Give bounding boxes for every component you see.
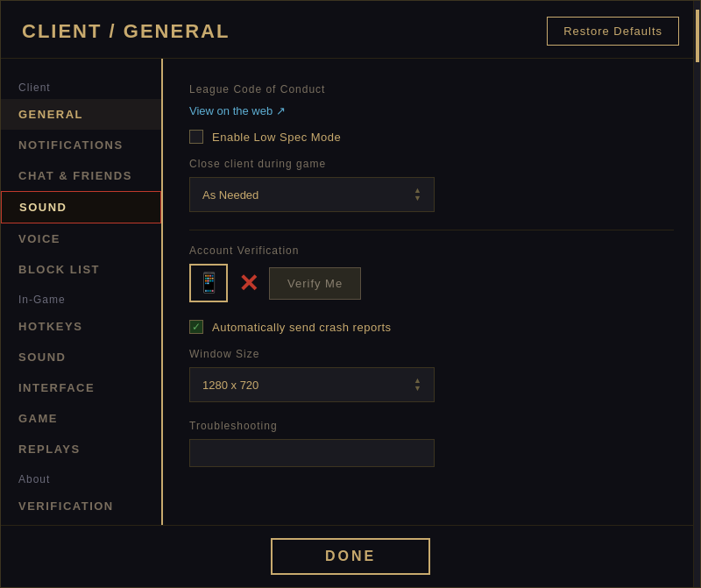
- auto-crash-row: ✓ Automatically send crash reports: [189, 320, 674, 334]
- app-container: CLIENT / GENERAL Restore Defaults Client…: [0, 0, 701, 588]
- auto-crash-checkbox[interactable]: ✓: [189, 320, 203, 334]
- done-button[interactable]: DONE: [271, 538, 430, 575]
- low-spec-row: Enable Low Spec Mode: [189, 130, 674, 144]
- close-client-select[interactable]: As Needed ▲ ▼: [189, 177, 435, 212]
- scrollbar-thumb: [696, 59, 699, 62]
- ingame-section-label: In-Game: [1, 285, 161, 311]
- sidebar-item-voice[interactable]: VOICE: [1, 223, 161, 254]
- footer: DONE: [1, 525, 700, 587]
- divider-1: [189, 230, 674, 230]
- title-bold: GENERAL: [124, 20, 230, 42]
- view-on-web-link[interactable]: View on the web ↗: [189, 104, 286, 117]
- sidebar-item-hotkeys[interactable]: HOTKEYS: [1, 311, 161, 342]
- page-title: CLIENT / GENERAL: [22, 20, 230, 43]
- header: CLIENT / GENERAL Restore Defaults: [1, 1, 700, 59]
- content-area: League Code of Conduct View on the web ↗…: [163, 59, 700, 525]
- window-size-value: 1280 x 720: [202, 379, 258, 392]
- sidebar-item-notifications[interactable]: NOTIFICATIONS: [1, 130, 161, 160]
- title-prefix: CLIENT /: [22, 20, 124, 42]
- sidebar: Client GENERAL NOTIFICATIONS CHAT & FRIE…: [1, 59, 163, 525]
- sidebar-item-verification[interactable]: VERIFICATION: [1, 491, 161, 521]
- x-mark-icon: ✕: [238, 269, 258, 298]
- account-verification-label: Account Verification: [189, 244, 674, 257]
- sidebar-item-sound[interactable]: SOUND: [1, 191, 161, 223]
- sidebar-item-general[interactable]: GENERAL: [1, 99, 161, 130]
- verify-me-button[interactable]: Verify Me: [269, 267, 361, 300]
- close-client-label: Close client during game: [189, 158, 674, 170]
- window-size-select[interactable]: 1280 x 720 ▲ ▼: [189, 367, 435, 402]
- league-code-label: League Code of Conduct: [189, 83, 674, 96]
- close-client-value: As Needed: [202, 188, 258, 202]
- troubleshooting-label: Troubleshooting: [189, 420, 674, 432]
- select-arrows-icon: ▲ ▼: [414, 187, 421, 202]
- sidebar-item-game[interactable]: GAME: [1, 403, 161, 434]
- low-spec-checkbox[interactable]: [189, 130, 203, 144]
- low-spec-label: Enable Low Spec Mode: [212, 131, 341, 144]
- auto-crash-label: Automatically send crash reports: [212, 321, 392, 334]
- phone-icon: 📱: [189, 264, 228, 302]
- sidebar-item-block-list[interactable]: BLOCK LIST: [1, 254, 161, 285]
- client-section-label: Client: [1, 73, 161, 99]
- restore-defaults-button[interactable]: Restore Defaults: [547, 17, 679, 46]
- troubleshooting-input[interactable]: [189, 439, 435, 467]
- scrollbar[interactable]: [693, 59, 700, 525]
- sidebar-item-sound-ingame[interactable]: SOUND: [1, 342, 161, 372]
- window-size-label: Window Size: [189, 348, 674, 360]
- main-layout: Client GENERAL NOTIFICATIONS CHAT & FRIE…: [1, 59, 700, 525]
- account-icons-row: 📱 ✕ Verify Me: [189, 264, 674, 302]
- about-section-label: About: [1, 464, 161, 491]
- sidebar-item-replays[interactable]: REPLAYS: [1, 434, 161, 464]
- account-verification-section: Account Verification 📱 ✕ Verify Me: [189, 244, 674, 302]
- sidebar-item-chat-friends[interactable]: CHAT & FRIENDS: [1, 160, 161, 191]
- window-size-arrows-icon: ▲ ▼: [414, 377, 421, 393]
- sidebar-item-interface[interactable]: INTERFACE: [1, 372, 161, 403]
